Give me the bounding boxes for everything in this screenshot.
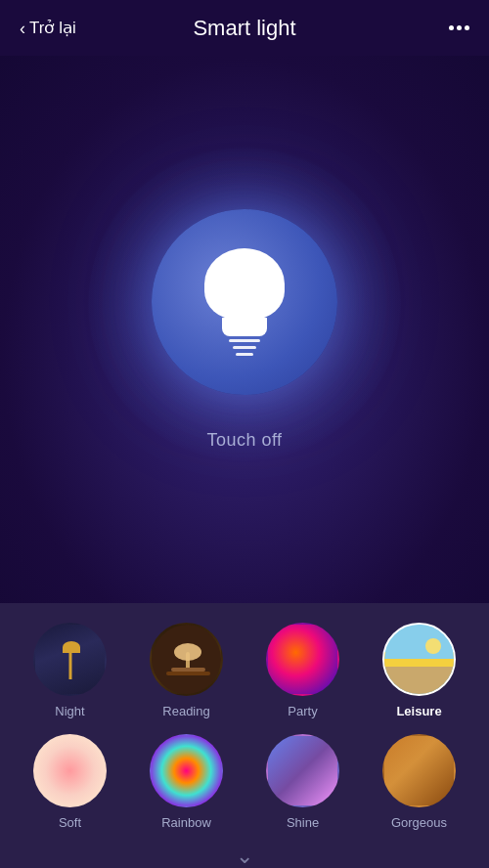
modes-grid: Night Reading Party xyxy=(16,623,473,830)
chevron-down-icon: ⌄ xyxy=(236,846,253,867)
mode-label-shine: Shine xyxy=(287,815,319,830)
mode-thumb-reading xyxy=(150,623,223,696)
bulb-line-1 xyxy=(229,339,260,342)
mode-label-rainbow: Rainbow xyxy=(161,815,211,830)
back-button[interactable]: ‹ Trở lại xyxy=(20,18,76,38)
bottom-indicator: ⌄ xyxy=(16,838,473,868)
bulb-base xyxy=(222,318,267,336)
bulb-status-label: Touch off xyxy=(206,430,282,451)
svg-rect-7 xyxy=(384,659,456,667)
mode-item-gorgeous[interactable]: Gorgeous xyxy=(365,734,473,830)
back-icon: ‹ xyxy=(20,20,25,37)
header: ‹ Trở lại Smart light xyxy=(0,0,489,56)
mode-item-shine[interactable]: Shine xyxy=(248,734,357,830)
mode-item-party[interactable]: Party xyxy=(248,623,357,718)
mode-item-reading[interactable]: Reading xyxy=(132,623,241,718)
mode-thumb-leisure xyxy=(382,623,456,696)
svg-rect-4 xyxy=(166,672,210,675)
mode-thumb-party xyxy=(266,623,339,696)
mode-item-rainbow[interactable]: Rainbow xyxy=(132,734,241,830)
mode-thumb-gorgeous xyxy=(382,734,456,807)
mode-label-leisure: Leisure xyxy=(396,704,441,718)
mode-item-leisure[interactable]: Leisure xyxy=(365,623,473,718)
svg-rect-3 xyxy=(171,668,205,672)
mode-thumb-night xyxy=(33,623,107,696)
bulb-head xyxy=(204,248,285,320)
main-area: Touch off xyxy=(0,56,489,603)
mode-label-gorgeous: Gorgeous xyxy=(391,815,447,830)
more-dot-2 xyxy=(457,25,462,30)
mode-thumb-shine xyxy=(266,734,339,807)
mode-thumb-soft xyxy=(33,734,107,807)
more-button[interactable] xyxy=(449,25,469,30)
more-dot-3 xyxy=(465,25,469,30)
reading-thumb-svg xyxy=(152,625,223,696)
mode-thumb-rainbow xyxy=(150,734,223,807)
svg-point-2 xyxy=(174,643,201,661)
mode-label-reading: Reading xyxy=(162,704,209,718)
modes-panel: Night Reading Party xyxy=(0,603,489,868)
svg-point-8 xyxy=(425,638,441,654)
mode-item-night[interactable]: Night xyxy=(16,623,124,718)
mode-label-soft: Soft xyxy=(59,815,81,830)
leisure-thumb-svg xyxy=(384,625,456,696)
more-dot-1 xyxy=(449,25,454,30)
page-title: Smart light xyxy=(193,16,295,41)
bulb-line-2 xyxy=(233,346,256,349)
mode-label-night: Night xyxy=(55,704,84,718)
bulb-icon xyxy=(196,248,293,356)
mode-label-party: Party xyxy=(288,704,317,718)
bulb-line-3 xyxy=(236,353,253,356)
bulb-lines xyxy=(229,339,260,356)
bulb-button[interactable] xyxy=(152,209,337,395)
mode-item-soft[interactable]: Soft xyxy=(16,734,124,830)
back-label: Trở lại xyxy=(29,18,76,38)
